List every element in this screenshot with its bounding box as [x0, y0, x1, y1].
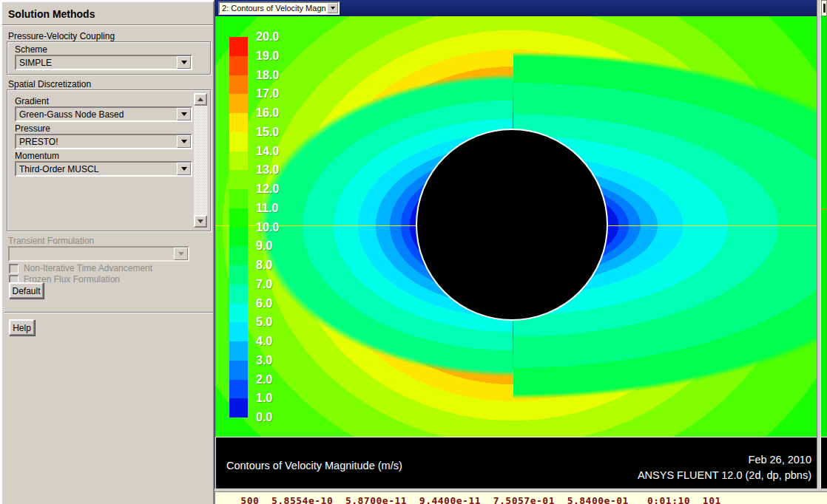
- transient-formulation-combobox: [8, 246, 189, 262]
- legend-color-band: [229, 132, 248, 151]
- legend-color-band: [229, 151, 248, 171]
- legend-color-band: [229, 341, 248, 361]
- momentum-value: Third-Order MUSCL: [19, 164, 98, 174]
- legend-value-label: 17.0: [256, 87, 279, 101]
- panel-divider: [4, 312, 213, 313]
- transient-formulation-label: Transient Formulation: [8, 236, 94, 246]
- legend-value-label: 4.0: [256, 335, 272, 348]
- contour-graphics-window: 2: Contours of Velocity Magn 20.019.018.…: [215, 0, 817, 488]
- fluent-app: Solution Methods Pressure-Velocity Coupl…: [0, 0, 827, 504]
- legend-color-band: [229, 94, 248, 113]
- window-selector-dropdown-button[interactable]: [327, 3, 338, 13]
- background-window-titlebar: [821, 0, 827, 16]
- background-window-glyph: [823, 4, 826, 13]
- legend-value-label: 6.0: [256, 297, 272, 310]
- legend-value-label: 2.0: [256, 373, 272, 386]
- arrow-down-icon: [198, 219, 203, 223]
- console-output[interactable]: 500 5.8554e-10 5.8700e-11 9.4400e-11 7.5…: [215, 491, 827, 504]
- pressure-dropdown-button[interactable]: [177, 135, 191, 148]
- spatial-scrollbar[interactable]: [194, 93, 207, 228]
- solution-methods-panel: Solution Methods Pressure-Velocity Coupl…: [0, 0, 215, 504]
- legend-value-label: 1.0: [256, 392, 272, 405]
- legend-color-band: [229, 304, 248, 323]
- transient-dropdown-button: [174, 248, 188, 260]
- non-iterative-label: Non-Iterative Time Advancement: [24, 263, 152, 273]
- legend-color-band: [229, 56, 248, 75]
- plot-stamp: Feb 26, 2010 ANSYS FLUENT 12.0 (2d, dp, …: [638, 452, 811, 483]
- chevron-down-icon: [331, 7, 335, 10]
- chevron-down-icon: [181, 112, 187, 116]
- legend-color-band: [229, 322, 248, 341]
- default-button[interactable]: Default: [9, 282, 44, 299]
- legend-color-band: [229, 37, 248, 56]
- console-strip: 500 5.8554e-10 5.8700e-11 9.4400e-11 7.5…: [215, 488, 827, 504]
- pressure-label: Pressure: [15, 123, 50, 134]
- legend-value-label: 14.0: [256, 145, 279, 158]
- chevron-down-icon: [181, 140, 187, 143]
- gradient-dropdown-button[interactable]: [177, 108, 191, 120]
- graphics-window-titlebar: 2: Contours of Velocity Magn: [215, 0, 817, 16]
- background-window-sliver: [821, 0, 827, 488]
- legend-color-band: [229, 189, 248, 208]
- legend-color-band: [229, 208, 248, 228]
- legend-value-label: 18.0: [256, 69, 279, 82]
- legend-value-label: 20.0: [256, 30, 279, 44]
- momentum-combobox[interactable]: Third-Order MUSCL: [15, 161, 192, 177]
- legend-value-label: 0.0: [256, 411, 272, 424]
- non-iterative-checkbox-row: Non-Iterative Time Advancement: [9, 263, 152, 273]
- momentum-label: Momentum: [15, 151, 59, 161]
- pressure-velocity-coupling-label: Pressure-Velocity Coupling: [8, 31, 115, 41]
- scheme-combobox[interactable]: SIMPLE: [15, 55, 192, 70]
- arrow-up-icon: [198, 98, 203, 101]
- cylinder-body: [416, 129, 608, 321]
- legend-value-label: 15.0: [256, 126, 279, 139]
- legend-value-label: 16.0: [256, 106, 279, 120]
- scroll-down-button[interactable]: [194, 215, 207, 228]
- console-residual-line: 500 5.8554e-10 5.8700e-11 9.4400e-11 7.5…: [215, 492, 827, 504]
- plot-date: Feb 26, 2010: [638, 452, 811, 468]
- plot-caption-bar: Contours of Velocity Magnitude (m/s) Feb…: [215, 437, 817, 488]
- legend-value-label: 13.0: [256, 163, 279, 177]
- legend-color-band: [229, 228, 248, 247]
- momentum-dropdown-button[interactable]: [177, 163, 191, 175]
- scheme-dropdown-button[interactable]: [177, 56, 191, 69]
- chevron-down-icon: [181, 61, 187, 64]
- legend-color-band: [229, 265, 248, 285]
- legend-color-band: [229, 361, 248, 380]
- legend-color-bar: [229, 37, 248, 418]
- legend-color-band: [229, 285, 248, 304]
- window-selector-value: 2: Contours of Velocity Magn: [222, 4, 326, 13]
- gradient-label: Gradient: [15, 96, 49, 106]
- graphics-area: 2: Contours of Velocity Magn 20.019.018.…: [215, 0, 827, 504]
- chevron-down-icon: [181, 167, 187, 171]
- spatial-discretization-label: Spatial Discretization: [8, 79, 91, 89]
- chevron-down-icon: [178, 252, 184, 256]
- legend-color-band: [229, 170, 248, 189]
- plot-app-version: ANSYS FLUENT 12.0 (2d, dp, pbns): [638, 468, 811, 483]
- pvc-group-box: Scheme SIMPLE: [7, 41, 211, 75]
- legend-color-band: [229, 398, 248, 418]
- background-window-centerline: [821, 209, 827, 210]
- scheme-label: Scheme: [15, 44, 47, 55]
- legend-value-label: 7.0: [256, 278, 272, 291]
- legend-value-label: 8.0: [256, 259, 272, 272]
- legend-color-band: [229, 380, 248, 399]
- legend-labels: 20.019.018.017.016.015.014.013.012.011.0…: [256, 37, 300, 418]
- velocity-contour-plot[interactable]: 20.019.018.017.016.015.014.013.012.011.0…: [215, 16, 817, 437]
- panel-title: Solution Methods: [2, 2, 213, 25]
- legend-value-label: 10.0: [256, 221, 279, 234]
- legend-value-label: 12.0: [256, 183, 279, 196]
- non-iterative-checkbox: [9, 264, 18, 273]
- pressure-combobox[interactable]: PRESTO!: [15, 134, 192, 149]
- legend-color-band: [229, 246, 248, 265]
- window-selector-combobox[interactable]: 2: Contours of Velocity Magn: [218, 1, 340, 15]
- plot-title: Contours of Velocity Magnitude (m/s): [226, 460, 402, 471]
- scroll-up-button[interactable]: [194, 93, 207, 106]
- gradient-combobox[interactable]: Green-Gauss Node Based: [15, 106, 192, 122]
- gradient-value: Green-Gauss Node Based: [19, 109, 124, 120]
- background-window-caption: [821, 437, 827, 488]
- help-button[interactable]: Help: [9, 319, 35, 336]
- pressure-value: PRESTO!: [19, 137, 58, 147]
- legend-value-label: 9.0: [256, 239, 272, 253]
- legend-value-label: 11.0: [256, 202, 278, 215]
